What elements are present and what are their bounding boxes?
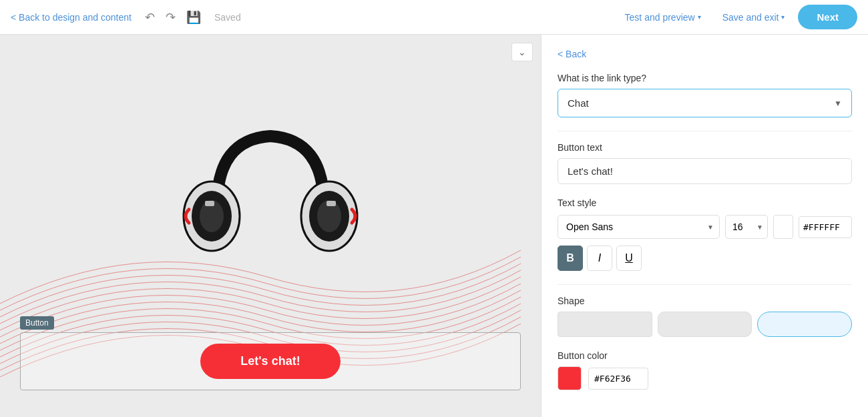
button-color-section: Button color <box>558 350 852 390</box>
text-color-swatch[interactable] <box>773 215 793 239</box>
text-style-label: Text style <box>558 197 852 208</box>
link-type-select-wrapper: Chat URL Phone Email ▼ <box>558 89 852 117</box>
headphones-image <box>164 99 377 300</box>
button-color-row <box>558 366 852 390</box>
shape-row <box>558 312 852 337</box>
right-panel: < Back What is the link type? Chat URL P… <box>541 35 868 417</box>
button-color-swatch[interactable] <box>558 366 582 390</box>
format-buttons: B I U <box>558 246 852 271</box>
shape-label: Shape <box>558 296 852 306</box>
shape-section: Shape <box>558 296 852 337</box>
divider-2 <box>558 284 852 285</box>
lets-chat-button[interactable]: Let's chat! <box>200 344 340 379</box>
bold-label: B <box>566 252 574 264</box>
font-family-select[interactable]: Open Sans Arial Georgia Helvetica Verdan… <box>558 216 719 238</box>
main-layout: ⌄ <box>0 35 868 417</box>
test-preview-button[interactable]: Test and preview▾ <box>617 7 709 28</box>
redo-button[interactable]: ↷ <box>163 7 178 27</box>
underline-button[interactable]: U <box>616 246 642 271</box>
history-icons: ↶ ↷ 💾 <box>142 7 204 27</box>
topbar-left: < Back to design and content ↶ ↷ 💾 Saved <box>11 7 241 27</box>
save-icon-button[interactable]: 💾 <box>184 7 204 27</box>
undo-button[interactable]: ↶ <box>142 7 158 27</box>
link-type-section: What is the link type? Chat URL Phone Em… <box>558 73 852 117</box>
italic-button[interactable]: I <box>587 246 612 271</box>
link-type-label: What is the link type? <box>558 73 852 83</box>
shape-square-button[interactable] <box>558 312 652 337</box>
shape-pill-button[interactable] <box>757 312 852 337</box>
button-container: Let's chat! <box>20 332 521 390</box>
button-tag: Button <box>20 316 54 330</box>
underline-label: U <box>625 252 633 264</box>
button-text-input[interactable] <box>558 158 852 184</box>
bold-button[interactable]: B <box>558 246 583 271</box>
next-button[interactable]: Next <box>798 5 857 29</box>
back-to-design-link[interactable]: < Back to design and content <box>11 12 132 23</box>
svg-rect-6 <box>205 201 214 206</box>
button-text-section: Button text <box>558 142 852 184</box>
font-select-wrapper: Open Sans Arial Georgia Helvetica Verdan… <box>558 215 720 239</box>
button-color-label: Button color <box>558 350 852 361</box>
headphones-container <box>0 48 541 350</box>
link-type-select[interactable]: Chat URL Phone Email <box>558 89 851 117</box>
button-text-label: Button text <box>558 142 852 153</box>
topbar-right: Test and preview▾ Save and exit▾ Next <box>617 5 857 29</box>
topbar: < Back to design and content ↶ ↷ 💾 Saved… <box>0 0 868 35</box>
button-area: Button Let's chat! <box>20 316 521 390</box>
text-style-row: Open Sans Arial Georgia Helvetica Verdan… <box>558 215 852 239</box>
canvas-area: ⌄ <box>0 35 541 417</box>
back-panel-link[interactable]: < Back <box>558 49 586 59</box>
saved-label: Saved <box>214 12 241 23</box>
font-size-select[interactable]: 12 14 16 18 20 24 <box>726 216 767 238</box>
divider-1 <box>558 131 852 131</box>
text-color-hex-input[interactable] <box>799 216 852 238</box>
text-style-section: Text style Open Sans Arial Georgia Helve… <box>558 197 852 271</box>
svg-rect-7 <box>327 201 336 206</box>
italic-label: I <box>598 252 601 264</box>
size-select-wrapper: 12 14 16 18 20 24 ▼ <box>725 215 768 239</box>
save-exit-button[interactable]: Save and exit▾ <box>714 7 793 28</box>
shape-rounded-button[interactable] <box>658 312 752 337</box>
button-color-hex-input[interactable] <box>588 368 648 390</box>
